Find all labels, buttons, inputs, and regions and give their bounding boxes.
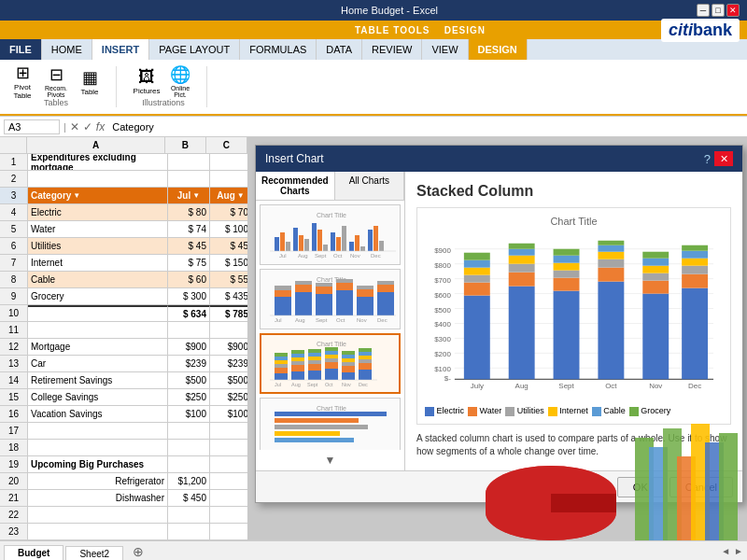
cell-b10[interactable]: $ 634 [168, 305, 210, 322]
cell-b23[interactable] [168, 524, 210, 540]
cell-c11[interactable] [210, 322, 247, 339]
cell-a11[interactable] [28, 322, 168, 339]
tab-design[interactable]: DESIGN [469, 39, 528, 60]
cell-b12[interactable]: $900 [168, 339, 210, 356]
recommended-pivot-button[interactable]: ⊟ Recom.Pivots [41, 66, 71, 96]
cell-b15[interactable]: $250 [168, 389, 210, 406]
cell-a17[interactable] [28, 423, 168, 440]
cell-c7[interactable]: $ 150 [210, 255, 247, 272]
pictures-button[interactable]: 🖼 Pictures [132, 66, 162, 96]
cell-c15[interactable]: $250 [210, 389, 247, 406]
name-box[interactable] [4, 119, 60, 134]
tab-file[interactable]: FILE [0, 39, 42, 60]
cell-c6[interactable]: $ 45 [210, 238, 247, 255]
cell-b2[interactable] [168, 171, 210, 188]
chart-thumb-4[interactable]: Chart Title [260, 398, 401, 450]
dialog-x-button[interactable]: ✕ [714, 151, 733, 166]
cell-c9[interactable]: $ 435 [210, 288, 247, 305]
cell-a21[interactable]: Dishwasher [28, 490, 168, 507]
sheet-tab-sheet2[interactable]: Sheet2 [65, 546, 123, 561]
tab-all-charts[interactable]: All Charts [335, 172, 404, 200]
cell-a6[interactable]: Utilities [28, 238, 168, 255]
maximize-button[interactable]: □ [712, 4, 725, 17]
cell-a7[interactable]: Internet [28, 255, 168, 272]
cell-a14[interactable]: Retirement Savings [28, 372, 168, 389]
cell-b13[interactable]: $239 [168, 356, 210, 372]
tab-recommended-charts[interactable]: Recommended Charts [256, 172, 335, 200]
minimize-button[interactable]: ─ [697, 4, 710, 17]
cell-b16[interactable]: $100 [168, 406, 210, 423]
close-button[interactable]: ✕ [726, 4, 740, 17]
cell-a10[interactable] [28, 305, 168, 322]
tab-page-layout[interactable]: PAGE LAYOUT [149, 39, 240, 60]
cell-c2[interactable] [210, 171, 247, 188]
cell-c21[interactable] [210, 490, 247, 507]
scroll-right-icon[interactable]: ► [734, 546, 743, 556]
cell-a20[interactable]: Refrigerator [28, 473, 168, 490]
tab-formulas[interactable]: FORMULAS [240, 39, 317, 60]
cell-c20[interactable] [210, 473, 247, 490]
cell-b22[interactable] [168, 507, 210, 524]
cell-a9[interactable]: Grocery [28, 288, 168, 305]
cell-c23[interactable] [210, 524, 247, 540]
cell-b4[interactable]: $ 80 [168, 204, 210, 221]
table-button[interactable]: ▦ Table [75, 66, 105, 96]
cell-b21[interactable]: $ 450 [168, 490, 210, 507]
cell-a18[interactable] [28, 440, 168, 456]
cell-b18[interactable] [168, 440, 210, 456]
formula-input[interactable] [108, 120, 743, 133]
chart-list-scroll-down[interactable]: ▼ [256, 450, 404, 470]
cell-c4[interactable]: $ 70 [210, 204, 247, 221]
cell-c8[interactable]: $ 55 [210, 272, 247, 288]
cell-c14[interactable]: $500 [210, 372, 247, 389]
scroll-left-icon[interactable]: ◄ [721, 546, 730, 556]
function-icon[interactable]: fx [96, 120, 105, 133]
tab-home[interactable]: HOME [42, 39, 92, 60]
enter-icon[interactable]: ✓ [83, 120, 92, 133]
tab-insert[interactable]: INSERT [92, 39, 149, 60]
cell-a13[interactable]: Car [28, 356, 168, 372]
ok-button[interactable]: OK [617, 477, 664, 497]
chart-thumb-stacked[interactable]: Chart Title [260, 333, 401, 394]
cell-c22[interactable] [210, 507, 247, 524]
cell-a4[interactable]: Electric [28, 204, 168, 221]
chart-thumb-2[interactable]: Chart Title [260, 269, 401, 329]
cell-b3[interactable]: Jul ▼ [168, 188, 210, 204]
cell-b9[interactable]: $ 300 [168, 288, 210, 305]
tab-view[interactable]: VIEW [422, 39, 468, 60]
cell-b8[interactable]: $ 60 [168, 272, 210, 288]
cell-c18[interactable] [210, 440, 247, 456]
cancel-icon[interactable]: ✕ [70, 120, 79, 133]
cell-b17[interactable] [168, 423, 210, 440]
sheet-tab-budget[interactable]: Budget [4, 545, 63, 561]
cell-c13[interactable]: $239 [210, 356, 247, 372]
tab-review[interactable]: REVIEW [362, 39, 422, 60]
cell-a1[interactable]: Expenditures excluding mortgage [28, 154, 168, 171]
cell-b19[interactable] [168, 456, 210, 473]
cell-a23[interactable] [28, 524, 168, 540]
cell-a19[interactable]: Upcoming Big Purchases [28, 456, 168, 473]
cell-c5[interactable]: $ 100 [210, 221, 247, 238]
tab-data[interactable]: DATA [317, 39, 362, 60]
cell-b20[interactable]: $1,200 [168, 473, 210, 490]
cell-b5[interactable]: $ 74 [168, 221, 210, 238]
cell-c3[interactable]: Aug ▼ [210, 188, 247, 204]
cell-c10[interactable]: $ 785 [210, 305, 247, 322]
cell-a3[interactable]: Category ▼ [28, 188, 168, 204]
cell-a22[interactable] [28, 507, 168, 524]
cell-c17[interactable] [210, 423, 247, 440]
cell-a15[interactable]: College Savings [28, 389, 168, 406]
cell-b14[interactable]: $500 [168, 372, 210, 389]
cell-b1[interactable] [168, 154, 210, 171]
cell-c19[interactable] [210, 456, 247, 473]
cancel-button[interactable]: Cancel [669, 477, 733, 497]
cell-c12[interactable]: $900 [210, 339, 247, 356]
chart-thumb-clustered[interactable]: Chart Title [260, 204, 401, 265]
cell-a2[interactable] [28, 171, 168, 188]
pivot-table-button[interactable]: ⊞ PivotTable [7, 66, 37, 96]
cell-b7[interactable]: $ 75 [168, 255, 210, 272]
cell-c1[interactable] [210, 154, 247, 171]
cell-a16[interactable]: Vacation Savings [28, 406, 168, 423]
cell-b6[interactable]: $ 45 [168, 238, 210, 255]
add-sheet-button[interactable]: ⊕ [125, 542, 151, 561]
